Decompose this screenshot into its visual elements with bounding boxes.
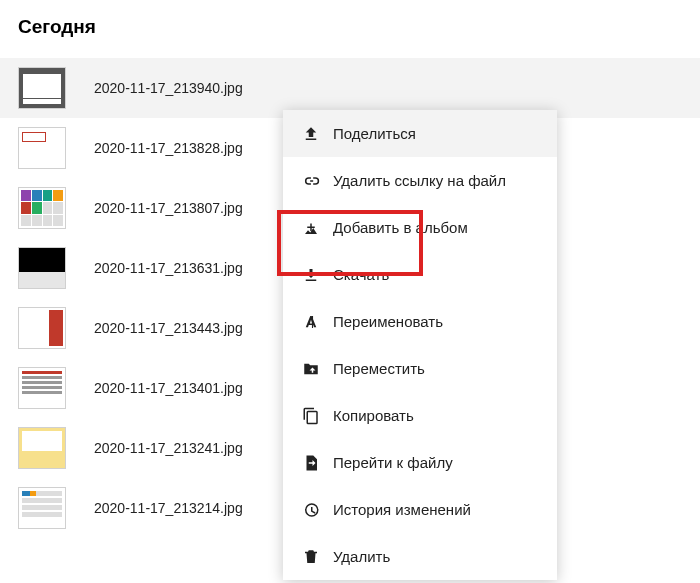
menu-goto-file[interactable]: Перейти к файлу — [283, 439, 557, 486]
file-thumbnail — [18, 187, 66, 229]
trash-icon — [301, 547, 321, 567]
file-thumbnail — [18, 367, 66, 409]
file-name: 2020-11-17_213401.jpg — [94, 380, 243, 396]
file-name: 2020-11-17_213214.jpg — [94, 500, 243, 516]
history-icon — [301, 500, 321, 520]
menu-add-album[interactable]: Добавить в альбом — [283, 204, 557, 251]
share-icon — [301, 124, 321, 144]
menu-history[interactable]: История изменений — [283, 486, 557, 533]
context-menu: Поделиться Удалить ссылку на файл Добави… — [283, 110, 557, 580]
file-name: 2020-11-17_213807.jpg — [94, 200, 243, 216]
menu-label: Удалить — [333, 548, 390, 565]
menu-label: Удалить ссылку на файл — [333, 172, 506, 189]
section-title: Сегодня — [18, 16, 682, 38]
file-thumbnail — [18, 487, 66, 529]
menu-download[interactable]: Скачать — [283, 251, 557, 298]
file-name: 2020-11-17_213241.jpg — [94, 440, 243, 456]
file-name: 2020-11-17_213631.jpg — [94, 260, 243, 276]
menu-rename[interactable]: Переименовать — [283, 298, 557, 345]
file-name: 2020-11-17_213443.jpg — [94, 320, 243, 336]
unlink-icon — [301, 171, 321, 191]
menu-label: Копировать — [333, 407, 414, 424]
menu-label: Поделиться — [333, 125, 416, 142]
file-thumbnail — [18, 127, 66, 169]
menu-remove-link[interactable]: Удалить ссылку на файл — [283, 157, 557, 204]
copy-icon — [301, 406, 321, 426]
file-thumbnail — [18, 247, 66, 289]
menu-label: Перейти к файлу — [333, 454, 453, 471]
menu-delete[interactable]: Удалить — [283, 533, 557, 580]
menu-move[interactable]: Переместить — [283, 345, 557, 392]
menu-share[interactable]: Поделиться — [283, 110, 557, 157]
file-name: 2020-11-17_213940.jpg — [94, 80, 243, 96]
download-icon — [301, 265, 321, 285]
menu-label: Переместить — [333, 360, 425, 377]
file-thumbnail — [18, 67, 66, 109]
menu-label: Добавить в альбом — [333, 219, 468, 236]
menu-label: История изменений — [333, 501, 471, 518]
file-row[interactable]: 2020-11-17_213940.jpg — [0, 58, 700, 118]
file-thumbnail — [18, 427, 66, 469]
file-thumbnail — [18, 307, 66, 349]
menu-label: Переименовать — [333, 313, 443, 330]
section-header: Сегодня — [0, 0, 700, 46]
move-icon — [301, 359, 321, 379]
add-album-icon — [301, 218, 321, 238]
file-arrow-icon — [301, 453, 321, 473]
menu-label: Скачать — [333, 266, 389, 283]
rename-icon — [301, 312, 321, 332]
file-name: 2020-11-17_213828.jpg — [94, 140, 243, 156]
menu-copy[interactable]: Копировать — [283, 392, 557, 439]
